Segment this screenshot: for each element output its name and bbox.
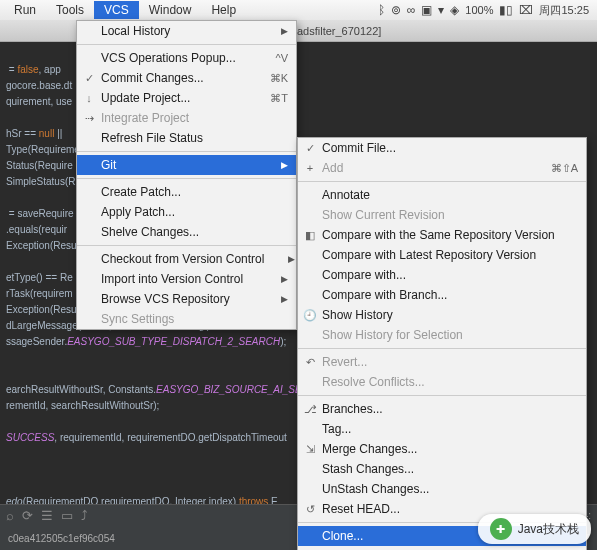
menu-compare-branch[interactable]: Compare with Branch... <box>298 285 586 305</box>
menu-separator <box>298 181 586 182</box>
wechat-icon: ✚ <box>490 518 512 540</box>
menu-separator <box>77 245 296 246</box>
menu-tag[interactable]: Tag... <box>298 419 586 439</box>
terminal-icon[interactable]: ▭ <box>61 508 73 523</box>
menu-separator <box>77 44 296 45</box>
menu-tools[interactable]: Tools <box>46 1 94 19</box>
menu-window[interactable]: Window <box>139 1 202 19</box>
add-icon: + <box>302 162 318 174</box>
shortcut-label: ⌘⇧A <box>527 162 578 175</box>
menu-import-vcs[interactable]: Import into Version Control▶ <box>77 269 296 289</box>
menu-separator <box>77 151 296 152</box>
battery-text: 100% <box>465 4 493 16</box>
wifi-signal-icon: ◈ <box>450 3 459 17</box>
menu-stash[interactable]: Stash Changes... <box>298 459 586 479</box>
mac-menubar: Run Tools VCS Window Help ᛒ ⊚ ∞ ▣ ▾ ◈ 10… <box>0 0 597 20</box>
battery-icon: ▮▯ <box>499 3 513 17</box>
shortcut-label: ^V <box>252 52 289 64</box>
bluetooth-icon: ᛒ <box>378 3 385 17</box>
menu-commit-changes[interactable]: ✓Commit Changes...⌘K <box>77 68 296 88</box>
menu-integrate-project: ⇢Integrate Project <box>77 108 296 128</box>
clock-text: 周四15:25 <box>539 3 589 18</box>
git-submenu: ✓Commit File... +Add⌘⇧A Annotate Show Cu… <box>297 137 587 550</box>
menu-add: +Add⌘⇧A <box>298 158 586 178</box>
diff-icon: ◧ <box>302 229 318 242</box>
bookmark-icon[interactable]: ☰ <box>41 508 53 523</box>
menu-run[interactable]: Run <box>4 1 46 19</box>
revert-icon: ↶ <box>302 356 318 369</box>
shortcut-label: ⌘K <box>246 72 288 85</box>
wechat-badge: ✚ Java技术栈 <box>478 514 591 544</box>
wechat-label: Java技术栈 <box>518 521 579 538</box>
menu-apply-patch[interactable]: Apply Patch... <box>77 202 296 222</box>
menu-compare-latest[interactable]: Compare with Latest Repository Version <box>298 245 586 265</box>
menu-resolve-conflicts: Resolve Conflicts... <box>298 372 586 392</box>
chevron-right-icon: ▶ <box>257 26 288 36</box>
menu-separator <box>298 395 586 396</box>
menu-history-selection: Show History for Selection <box>298 325 586 345</box>
menu-sync-settings: Sync Settings <box>77 309 296 329</box>
menu-vcs[interactable]: VCS <box>94 1 139 19</box>
menu-separator <box>77 178 296 179</box>
commit-hash: c0ea412505c1ef96c054 <box>8 533 115 544</box>
menu-refresh-status[interactable]: Refresh File Status <box>77 128 296 148</box>
chevron-right-icon: ▶ <box>257 160 288 170</box>
input-icon: ⌧ <box>519 3 533 17</box>
menu-branches[interactable]: ⎇Branches... <box>298 399 586 419</box>
menu-show-revision: Show Current Revision <box>298 205 586 225</box>
menu-revert: ↶Revert... <box>298 352 586 372</box>
search-icon[interactable]: ⌕ <box>6 508 14 523</box>
update-icon: ↓ <box>81 92 97 104</box>
menu-create-patch[interactable]: Create Patch... <box>77 182 296 202</box>
menu-fetch[interactable]: Fetch <box>298 546 586 550</box>
menu-show-history[interactable]: 🕘Show History <box>298 305 586 325</box>
link-icon: ∞ <box>407 3 416 17</box>
chevron-right-icon: ▶ <box>257 294 288 304</box>
menu-local-history[interactable]: Local History▶ <box>77 21 296 41</box>
wifi-icon: ▾ <box>438 3 444 17</box>
menu-git[interactable]: Git▶ <box>77 155 296 175</box>
commit-icon: ✓ <box>302 142 318 155</box>
commit-icon: ✓ <box>81 72 97 85</box>
branch-icon: ⎇ <box>302 403 318 416</box>
reset-icon: ↺ <box>302 503 318 516</box>
menu-commit-file[interactable]: ✓Commit File... <box>298 138 586 158</box>
todo-icon[interactable]: ⤴ <box>81 508 88 523</box>
menu-update-project[interactable]: ↓Update Project...⌘T <box>77 88 296 108</box>
merge-icon: ⇲ <box>302 443 318 456</box>
menu-checkout-vcs[interactable]: Checkout from Version Control▶ <box>77 249 296 269</box>
menu-compare-with[interactable]: Compare with... <box>298 265 586 285</box>
integrate-icon: ⇢ <box>81 112 97 125</box>
camera-icon: ▣ <box>421 3 432 17</box>
circles-icon: ⊚ <box>391 3 401 17</box>
chevron-right-icon: ▶ <box>264 254 295 264</box>
shortcut-label: ⌘T <box>246 92 288 105</box>
menu-vcs-operations[interactable]: VCS Operations Popup...^V <box>77 48 296 68</box>
menu-merge[interactable]: ⇲Merge Changes... <box>298 439 586 459</box>
sync-icon[interactable]: ⟳ <box>22 508 33 523</box>
menu-annotate[interactable]: Annotate <box>298 185 586 205</box>
menu-shelve-changes[interactable]: Shelve Changes... <box>77 222 296 242</box>
menu-compare-same[interactable]: ◧Compare with the Same Repository Versio… <box>298 225 586 245</box>
history-icon: 🕘 <box>302 309 318 322</box>
menu-help[interactable]: Help <box>201 1 246 19</box>
menu-unstash[interactable]: UnStash Changes... <box>298 479 586 499</box>
menu-separator <box>298 348 586 349</box>
system-tray: ᛒ ⊚ ∞ ▣ ▾ ◈ 100% ▮▯ ⌧ 周四15:25 <box>378 3 593 18</box>
vcs-dropdown-menu: Local History▶ VCS Operations Popup...^V… <box>76 20 297 330</box>
chevron-right-icon: ▶ <box>257 274 288 284</box>
menu-browse-vcs[interactable]: Browse VCS Repository▶ <box>77 289 296 309</box>
